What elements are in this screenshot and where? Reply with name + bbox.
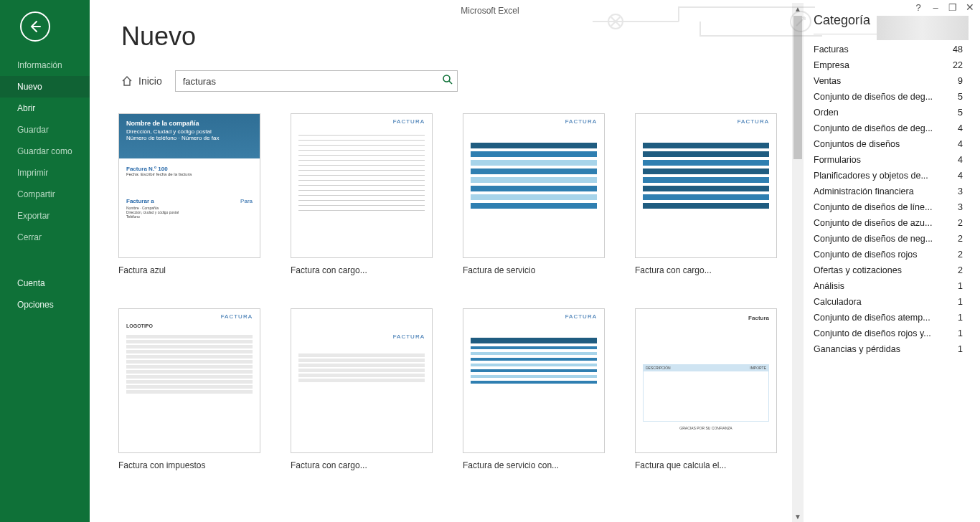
category-row[interactable]: Orden5: [814, 105, 963, 120]
category-count: 5: [958, 108, 963, 118]
scroll-down-icon[interactable]: ▼: [792, 511, 804, 522]
category-name: Facturas: [814, 44, 849, 54]
template-card[interactable]: FACTURAFactura con cargo...: [635, 113, 777, 277]
help-button[interactable]: ?: [913, 1, 924, 13]
template-title: Factura con cargo...: [291, 265, 433, 275]
sidebar-item-nuevo[interactable]: Nuevo: [0, 76, 90, 98]
category-row[interactable]: Ventas9: [814, 73, 963, 89]
category-row[interactable]: Conjunto de diseños de líne...3: [814, 199, 963, 215]
category-row[interactable]: Conjunto de diseños de deg...5: [814, 89, 963, 105]
category-name: Ofertas y cotizaciones: [814, 265, 902, 275]
template-title: Factura azul: [118, 265, 260, 275]
sidebar-item-cerrar[interactable]: Cerrar: [0, 227, 90, 248]
template-thumbnail: FACTURA: [635, 113, 777, 258]
template-grid: Nombre de la compañíaDirección, Ciudad y…: [118, 113, 804, 472]
template-card[interactable]: FACTURAFactura de servicio con...: [463, 308, 605, 472]
category-name: Conjunto de diseños rojos: [814, 250, 918, 260]
search-icon[interactable]: [442, 74, 453, 88]
category-name: Calculadora: [814, 297, 862, 307]
category-count: 22: [953, 60, 963, 70]
category-name: Empresa: [814, 60, 849, 70]
close-button[interactable]: ✕: [964, 1, 976, 13]
category-count: 3: [958, 186, 963, 196]
user-avatar[interactable]: [877, 16, 969, 40]
breadcrumb-home[interactable]: Inicio: [121, 75, 162, 87]
template-card[interactable]: FACTURALOGOTIPOFactura con impuestos: [118, 308, 260, 472]
minimize-button[interactable]: –: [930, 1, 941, 13]
category-row[interactable]: Conjuntos de diseños4: [814, 136, 963, 152]
template-thumbnail: FacturaDESCRIPCIÓNIMPORTEGRACIAS POR SU …: [635, 308, 777, 453]
category-count: 1: [958, 313, 963, 323]
category-count: 4: [958, 171, 963, 181]
category-count: 2: [958, 234, 963, 244]
category-name: Ventas: [814, 76, 841, 86]
category-name: Conjuntos de diseños: [814, 139, 900, 149]
category-row[interactable]: Conjunto de diseños de neg...2: [814, 231, 963, 247]
category-row[interactable]: Conjunto de diseños de deg...4: [814, 120, 963, 136]
template-title: Factura con impuestos: [118, 460, 260, 470]
template-card[interactable]: Nombre de la compañíaDirección, Ciudad y…: [118, 113, 260, 277]
category-row[interactable]: Formularios4: [814, 152, 963, 168]
template-title: Factura de servicio con...: [463, 460, 605, 470]
template-thumbnail: Nombre de la compañíaDirección, Ciudad y…: [118, 113, 260, 258]
category-name: Conjunto de diseños de líne...: [814, 202, 932, 212]
sidebar-item-abrir[interactable]: Abrir: [0, 98, 90, 119]
backstage-sidebar: InformaciónNuevoAbrirGuardarGuardar como…: [0, 0, 90, 522]
category-count: 48: [953, 44, 963, 54]
category-count: 1: [958, 281, 963, 291]
restore-button[interactable]: ❐: [947, 1, 958, 13]
category-name: Administración financiera: [814, 186, 914, 196]
sidebar-item-información[interactable]: Información: [0, 54, 90, 76]
category-row[interactable]: Empresa22: [814, 57, 963, 73]
category-row[interactable]: Conjunto de diseños de azu...2: [814, 215, 963, 231]
home-icon: [121, 75, 133, 87]
category-count: 9: [958, 76, 963, 86]
sidebar-item-imprimir[interactable]: Imprimir: [0, 162, 90, 184]
template-title: Factura de servicio: [463, 265, 605, 275]
search-input[interactable]: [175, 70, 458, 92]
category-row[interactable]: Calculadora1: [814, 294, 963, 310]
sidebar-item-cuenta[interactable]: Cuenta: [0, 272, 90, 294]
category-row[interactable]: Facturas48: [814, 42, 963, 57]
sidebar-item-exportar[interactable]: Exportar: [0, 205, 90, 227]
category-count: 5: [958, 92, 963, 102]
category-count: 1: [958, 328, 963, 338]
category-row[interactable]: Planificadores y objetos de...4: [814, 168, 963, 184]
sidebar-item-opciones[interactable]: Opciones: [0, 294, 90, 315]
category-name: Planificadores y objetos de...: [814, 171, 928, 181]
category-count: 2: [958, 250, 963, 260]
category-row[interactable]: Ganancias y pérdidas1: [814, 341, 963, 357]
category-name: Conjunto de diseños rojos y...: [814, 328, 931, 338]
category-name: Formularios: [814, 155, 861, 165]
sidebar-item-guardar-como[interactable]: Guardar como: [0, 141, 90, 162]
template-card[interactable]: FACTURAFactura de servicio: [463, 113, 605, 277]
template-card[interactable]: FacturaDESCRIPCIÓNIMPORTEGRACIAS POR SU …: [635, 308, 777, 472]
template-title: Factura que calcula el...: [635, 460, 777, 470]
sidebar-item-guardar[interactable]: Guardar: [0, 119, 90, 141]
category-row[interactable]: Administración financiera3: [814, 184, 963, 199]
category-count: 4: [958, 139, 963, 149]
category-name: Orden: [814, 108, 839, 118]
template-card[interactable]: FACTURAFactura con cargo...: [291, 113, 433, 277]
category-row[interactable]: Ofertas y cotizaciones2: [814, 262, 963, 278]
svg-point-2: [443, 75, 450, 82]
template-title: Factura con cargo...: [635, 265, 777, 275]
category-name: Conjunto de diseños de deg...: [814, 92, 933, 102]
template-card[interactable]: FACTURAFactura con cargo...: [291, 308, 433, 472]
category-name: Conjunto de diseños atemp...: [814, 313, 930, 323]
category-row[interactable]: Conjunto de diseños atemp...1: [814, 310, 963, 326]
sidebar-item-compartir[interactable]: Compartir: [0, 184, 90, 205]
category-count: 1: [958, 297, 963, 307]
arrow-left-icon: [28, 19, 42, 34]
template-thumbnail: FACTURA: [291, 113, 433, 258]
template-scrollbar[interactable]: ▲ ▼: [792, 3, 804, 522]
category-row[interactable]: Conjunto de diseños rojos2: [814, 247, 963, 262]
category-count: 4: [958, 155, 963, 165]
category-count: 2: [958, 265, 963, 275]
category-row[interactable]: Análisis1: [814, 278, 963, 294]
back-button[interactable]: [20, 11, 50, 42]
category-row[interactable]: Conjunto de diseños rojos y...1: [814, 326, 963, 341]
template-title: Factura con cargo...: [291, 460, 433, 470]
category-count: 1: [958, 344, 963, 354]
template-thumbnail: FACTURA: [291, 308, 433, 453]
